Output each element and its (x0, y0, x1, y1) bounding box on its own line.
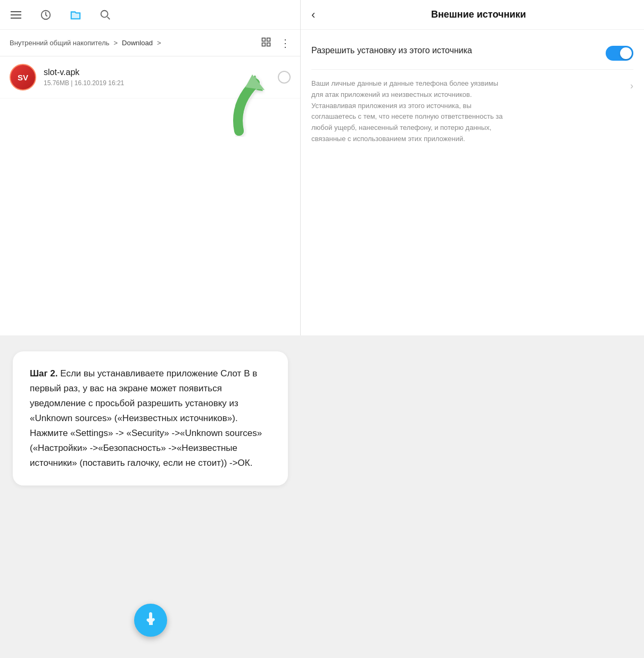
fab-icon (143, 611, 159, 630)
toolbar-icons (10, 9, 112, 21)
left-toolbar (0, 0, 300, 30)
settings-toggle-row: Разрешить установку из этого источника (311, 40, 633, 70)
breadcrumb-root[interactable]: Внутренний общий накопитель (10, 39, 110, 47)
main-container: Внутренний общий накопитель > Download >… (0, 0, 644, 658)
settings-section: Разрешить установку из этого источника (301, 30, 644, 70)
chevron-right-icon[interactable]: › (630, 80, 633, 92)
grid-view-icon[interactable] (261, 37, 271, 50)
svg-line-3 (108, 17, 110, 19)
file-meta: 15.76MB | 16.10.2019 16:21 (44, 79, 278, 87)
instruction-step-bold: Шаг 2. (30, 368, 58, 379)
right-panel: ‹ Внешние источники Разрешить установку … (301, 0, 644, 335)
fab-button[interactable] (134, 604, 167, 637)
left-panel: Внутренний общий накопитель > Download >… (0, 0, 301, 335)
breadcrumb-current[interactable]: Download (122, 39, 153, 47)
history-icon[interactable] (39, 9, 52, 21)
svg-rect-1 (71, 13, 80, 19)
settings-label: Разрешить установку из этого источника (311, 45, 472, 56)
right-toolbar: ‹ Внешние источники (301, 0, 644, 30)
instruction-box: Шаг 2. Если вы устанавливаете приложение… (13, 351, 288, 486)
settings-desc-text: Ваши личные данные и данные телефона бол… (311, 78, 508, 145)
file-checkbox[interactable] (278, 71, 291, 84)
settings-description: Ваши личные данные и данные телефона бол… (301, 70, 644, 153)
file-icon: SV (10, 64, 36, 91)
file-list: SV slot-v.apk 15.76MB | 16.10.2019 16:21 (0, 56, 300, 335)
bottom-left: Шаг 2. Если вы устанавливаете приложение… (0, 335, 301, 658)
breadcrumb-actions: ⋮ (261, 37, 291, 50)
svg-rect-4 (262, 38, 266, 41)
svg-rect-7 (267, 43, 270, 46)
instruction-text: Если вы устанавливаете приложение Слот В… (30, 368, 262, 468)
breadcrumb-sep2: > (157, 39, 161, 47)
svg-point-2 (101, 10, 108, 17)
search-icon[interactable] (99, 9, 112, 21)
file-info: slot-v.apk 15.76MB | 16.10.2019 16:21 (44, 68, 278, 87)
file-item-apk[interactable]: SV slot-v.apk 15.76MB | 16.10.2019 16:21 (0, 56, 300, 98)
back-button[interactable]: ‹ (311, 9, 315, 21)
file-icon-label: SV (18, 73, 28, 82)
file-name: slot-v.apk (44, 68, 278, 77)
svg-rect-5 (267, 38, 270, 41)
right-panel-title: Внешние источники (324, 9, 633, 20)
svg-rect-6 (262, 43, 266, 46)
breadcrumb-sep1: > (114, 39, 118, 47)
toggle-switch[interactable] (606, 46, 633, 61)
folder-icon[interactable] (69, 9, 82, 21)
top-panels: Внутренний общий накопитель > Download >… (0, 0, 644, 335)
toggle-knob (620, 47, 632, 59)
menu-icon[interactable] (10, 9, 22, 21)
breadcrumb: Внутренний общий накопитель > Download >… (0, 30, 300, 56)
more-options-icon[interactable]: ⋮ (280, 37, 291, 50)
bottom-area: Шаг 2. Если вы устанавливаете приложение… (0, 335, 644, 658)
bottom-right (301, 335, 644, 658)
